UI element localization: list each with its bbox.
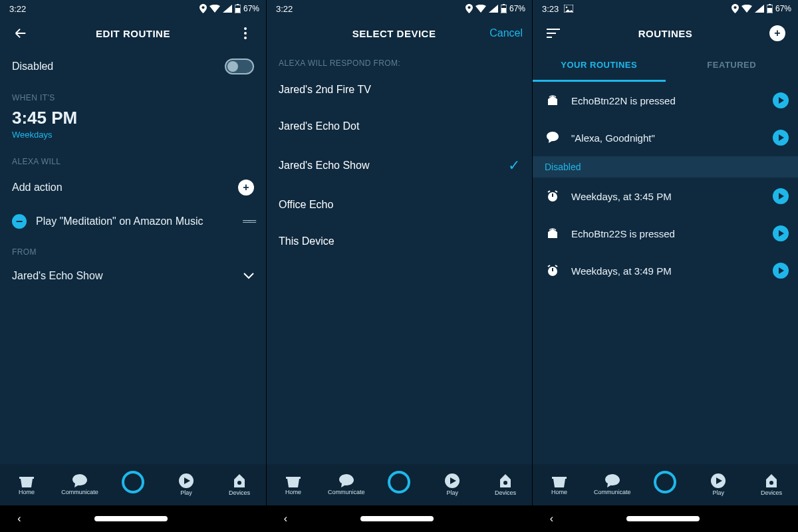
status-time: 3:22 bbox=[276, 4, 293, 14]
svg-rect-10 bbox=[503, 4, 505, 5]
nav-devices[interactable]: Devices bbox=[213, 464, 266, 505]
play-routine-button[interactable] bbox=[773, 263, 789, 279]
routine-row[interactable]: Weekdays, at 3:49 PM bbox=[533, 252, 798, 289]
when-days: Weekdays bbox=[0, 128, 266, 148]
nav-communicate[interactable]: Communicate bbox=[320, 464, 373, 505]
play-routine-button[interactable] bbox=[773, 92, 789, 108]
disabled-label: Disabled bbox=[12, 61, 53, 72]
action-row[interactable]: − Play "Meditation" on Amazon Music ══ bbox=[0, 205, 266, 238]
page-title: SELECT DEVICE bbox=[299, 28, 489, 39]
alarm-icon bbox=[545, 264, 561, 277]
nav-play[interactable]: Play bbox=[692, 464, 745, 505]
routine-row[interactable]: EchoBtn22S is pressed bbox=[533, 215, 798, 252]
system-home-pill[interactable] bbox=[360, 516, 434, 521]
routine-label: "Alexa, Goodnight" bbox=[571, 132, 762, 144]
svg-point-29 bbox=[769, 481, 773, 485]
devices-icon bbox=[498, 473, 513, 488]
echo-button-icon bbox=[545, 227, 561, 240]
routine-row[interactable]: EchoBtn22N is pressed bbox=[533, 82, 798, 119]
more-vert-icon bbox=[239, 27, 251, 39]
svg-rect-24 bbox=[552, 194, 553, 197]
status-icons: 67% bbox=[466, 4, 525, 13]
back-button[interactable] bbox=[9, 26, 32, 41]
devices-icon bbox=[232, 473, 247, 488]
from-device-row[interactable]: Jared's Echo Show bbox=[0, 261, 266, 291]
device-name: Office Echo bbox=[279, 199, 333, 211]
app-bottom-nav: Home Communicate Play Devices bbox=[267, 464, 532, 505]
overflow-menu-button[interactable] bbox=[234, 27, 257, 39]
system-home-pill[interactable] bbox=[94, 516, 168, 521]
routine-label: EchoBtn22S is pressed bbox=[571, 228, 762, 239]
chevron-down-icon bbox=[243, 273, 254, 279]
wifi-icon bbox=[475, 5, 486, 13]
communicate-icon bbox=[72, 474, 87, 487]
nav-home[interactable]: Home bbox=[267, 464, 320, 505]
respond-from-label: ALEXA WILL RESPOND FROM: bbox=[267, 49, 532, 72]
when-time-row[interactable]: 3:45 PM bbox=[0, 106, 266, 128]
nav-play[interactable]: Play bbox=[426, 464, 479, 505]
device-row[interactable]: This Device bbox=[267, 223, 532, 260]
add-routine-button[interactable]: + bbox=[766, 25, 789, 41]
play-routine-button[interactable] bbox=[773, 130, 789, 146]
routine-row[interactable]: Weekdays, at 3:45 PM bbox=[533, 178, 798, 215]
system-back-button[interactable]: ‹ bbox=[550, 513, 553, 525]
drag-handle-icon[interactable]: ══ bbox=[243, 215, 254, 227]
svg-rect-20 bbox=[547, 29, 560, 30]
nav-devices[interactable]: Devices bbox=[745, 464, 798, 505]
from-device: Jared's Echo Show bbox=[12, 270, 102, 282]
remove-icon[interactable]: − bbox=[12, 214, 27, 229]
device-row[interactable]: Jared's Echo Show✓ bbox=[267, 145, 532, 187]
app-bottom-nav: Home Communicate Play Devices bbox=[533, 464, 798, 505]
communicate-icon bbox=[339, 474, 354, 487]
nav-play[interactable]: Play bbox=[160, 464, 213, 505]
content: ALEXA WILL RESPOND FROM: Jared's 2nd Fir… bbox=[267, 49, 532, 464]
play-routine-button[interactable] bbox=[773, 225, 789, 241]
android-nav-bar: ‹ bbox=[533, 505, 798, 532]
screen-edit-routine: 3:22 67% EDIT ROUTINE Disabled WHEN IT'S… bbox=[0, 0, 266, 532]
add-action-row[interactable]: Add action + bbox=[0, 170, 266, 205]
svg-rect-21 bbox=[547, 33, 556, 34]
wifi-icon bbox=[741, 5, 752, 13]
tab-your-routines[interactable]: YOUR ROUTINES bbox=[533, 49, 666, 80]
nav-alexa[interactable] bbox=[373, 464, 426, 505]
echo-button-icon bbox=[545, 94, 561, 107]
nav-communicate[interactable]: Communicate bbox=[586, 464, 639, 505]
page-title: EDIT ROUTINE bbox=[32, 28, 234, 39]
device-row[interactable]: Office Echo bbox=[267, 187, 532, 223]
device-name: This Device bbox=[279, 235, 334, 247]
system-back-button[interactable]: ‹ bbox=[17, 513, 21, 525]
svg-rect-12 bbox=[286, 477, 301, 479]
nav-alexa[interactable] bbox=[639, 464, 692, 505]
nav-devices[interactable]: Devices bbox=[479, 464, 532, 505]
nav-alexa[interactable] bbox=[106, 464, 160, 505]
speech-icon bbox=[545, 131, 561, 144]
battery-icon bbox=[501, 4, 507, 13]
nav-home[interactable]: Home bbox=[533, 464, 586, 505]
device-row[interactable]: Jared's Echo Dot bbox=[267, 108, 532, 145]
nav-home[interactable]: Home bbox=[0, 464, 53, 505]
device-row[interactable]: Jared's 2nd Fire TV bbox=[267, 72, 532, 108]
alexa-icon bbox=[388, 471, 410, 493]
routine-label: EchoBtn22N is pressed bbox=[571, 95, 762, 106]
play-routine-button[interactable] bbox=[773, 188, 789, 204]
svg-rect-27 bbox=[552, 477, 567, 479]
app-header: EDIT ROUTINE bbox=[0, 17, 266, 49]
system-back-button[interactable]: ‹ bbox=[284, 513, 287, 525]
nav-communicate[interactable]: Communicate bbox=[53, 464, 106, 505]
from-label: FROM bbox=[0, 238, 266, 261]
when-time: 3:45 PM bbox=[12, 108, 77, 128]
hamburger-button[interactable] bbox=[542, 29, 565, 38]
plus-icon: + bbox=[238, 180, 254, 196]
system-home-pill[interactable] bbox=[626, 516, 700, 521]
enable-toggle[interactable] bbox=[225, 59, 254, 74]
alexa-icon bbox=[122, 471, 144, 493]
battery-percent: 67% bbox=[775, 4, 791, 13]
svg-rect-22 bbox=[547, 37, 552, 38]
cancel-button[interactable]: Cancel bbox=[489, 27, 523, 39]
routine-row[interactable]: "Alexa, Goodnight" bbox=[533, 119, 798, 156]
routines-tabs: YOUR ROUTINES FEATURED bbox=[533, 49, 798, 80]
android-nav-bar: ‹ bbox=[267, 505, 532, 532]
status-time: 3:23 bbox=[542, 4, 559, 14]
tab-featured[interactable]: FEATURED bbox=[666, 49, 799, 80]
status-time: 3:22 bbox=[9, 4, 26, 14]
